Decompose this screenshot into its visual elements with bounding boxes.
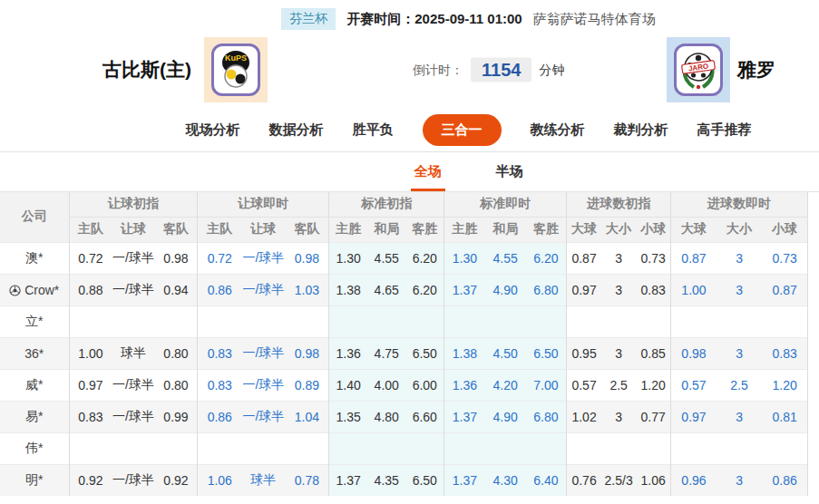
odds-cell: 一/球半 [112, 401, 154, 432]
odds-cell: 0.87 [762, 274, 807, 305]
odds-cell [405, 305, 444, 337]
group-header: 进球数即时 [671, 192, 808, 217]
odds-cell: 3 [717, 274, 762, 305]
table-row: Crow*0.88一/球半0.940.86一/球半1.031.384.656.2… [0, 274, 808, 305]
odds-cell [367, 305, 405, 337]
odds-cell: 1.04 [285, 401, 328, 432]
company-cell[interactable]: 明* [0, 464, 69, 496]
league-badge[interactable]: 芬兰杯 [281, 8, 336, 30]
company-label: 立* [25, 314, 43, 328]
nav-tab-1[interactable]: 现场分析 [186, 121, 240, 139]
odds-cell: 0.86 [198, 274, 241, 305]
odds-cell: 1.00 [671, 274, 717, 305]
company-cell[interactable]: 伟* [0, 432, 69, 464]
company-cell[interactable]: 威* [0, 369, 69, 401]
odds-cell [241, 305, 285, 337]
odds-cell [155, 305, 198, 337]
home-team-name[interactable]: 古比斯(主) [102, 57, 191, 82]
odds-cell: 1.30 [329, 242, 367, 274]
subtab-2[interactable]: 半场 [492, 154, 527, 191]
odds-cell [601, 432, 636, 464]
odds-cell: 2.5 [601, 369, 636, 401]
odds-cell [241, 432, 285, 464]
odds-cell: 3 [717, 337, 762, 369]
nav-tab-4[interactable]: 三合一 [423, 114, 502, 146]
odds-cell: 0.72 [198, 242, 241, 274]
odds-cell: 2.5 [717, 369, 762, 401]
odds-cell: 1.38 [444, 337, 485, 369]
group-header: 让球即时 [198, 192, 329, 217]
column-header: 小球 [636, 217, 670, 242]
away-logo-card: JARO [674, 44, 723, 96]
nav-tab-3[interactable]: 胜平负 [353, 121, 394, 139]
home-team-logo[interactable]: KuPS [204, 37, 268, 102]
odds-cell: 1.02 [567, 401, 601, 432]
away-team-name[interactable]: 雅罗 [737, 57, 775, 82]
nav-tab-2[interactable]: 数据分析 [269, 121, 324, 139]
nav-tab-7[interactable]: 高手推荐 [697, 121, 752, 139]
countdown-unit: 分钟 [539, 62, 564, 78]
odds-cell: 1.00 [69, 337, 112, 369]
odds-cell: 一/球半 [112, 464, 154, 496]
odds-cell: 4.55 [485, 242, 526, 274]
column-header: 大球 [671, 217, 717, 242]
company-label: 伟* [25, 441, 43, 455]
odds-cell: 0.85 [636, 337, 670, 369]
column-header: 客胜 [405, 217, 444, 242]
column-header: 让球 [241, 217, 285, 242]
odds-cell: 0.83 [198, 369, 241, 401]
table-row: 伟* [0, 432, 808, 464]
odds-cell: 0.83 [69, 401, 112, 432]
odds-cell: 6.80 [526, 401, 567, 432]
company-cell[interactable]: Crow* [0, 274, 69, 305]
odds-cell [526, 432, 567, 464]
nav-tab-5[interactable]: 教练分析 [531, 121, 585, 139]
company-cell[interactable]: 澳* [0, 242, 69, 274]
group-header: 进球数初指 [567, 192, 671, 217]
kickoff-time: 开赛时间：2025-09-11 01:00 [346, 11, 522, 28]
football-icon [9, 285, 21, 296]
odds-cell: 4.30 [485, 464, 526, 496]
away-team-logo[interactable]: JARO [667, 37, 730, 102]
odds-cell [198, 305, 241, 337]
odds-cell: 一/球半 [112, 242, 154, 274]
odds-cell: 0.72 [69, 242, 112, 274]
odds-cell: 0.80 [155, 369, 198, 401]
column-header: 大球 [567, 217, 601, 242]
match-info-bar: 芬兰杯 开赛时间：2025-09-11 01:00 萨翁萨诺马特体育场 [0, 0, 819, 31]
company-cell[interactable]: 易* [0, 401, 69, 432]
odds-cell: 1.20 [762, 369, 807, 401]
column-header: 主队 [69, 217, 112, 242]
odds-cell: 0.83 [198, 337, 241, 369]
odds-cell [69, 305, 112, 337]
odds-cell [405, 432, 444, 464]
odds-cell: 4.20 [485, 369, 526, 401]
odds-cell: 1.20 [636, 369, 670, 401]
odds-cell: 6.20 [526, 242, 567, 274]
odds-cell: 1.35 [329, 401, 367, 432]
odds-cell: 0.83 [762, 337, 807, 369]
group-header: 让球初指 [69, 192, 198, 217]
odds-cell: 球半 [112, 337, 154, 369]
odds-cell: 1.36 [444, 369, 485, 401]
odds-cell: 0.81 [762, 401, 807, 432]
teams-row: 古比斯(主) KuPS 倒计时： 1154 分钟 [0, 31, 819, 109]
odds-cell: 2.5/3 [601, 464, 636, 496]
column-header: 客队 [155, 217, 198, 242]
odds-cell: 一/球半 [241, 242, 285, 274]
nav-tab-6[interactable]: 裁判分析 [614, 121, 668, 139]
odds-cell [285, 432, 328, 464]
odds-cell: 0.92 [155, 464, 198, 496]
odds-cell: 3 [601, 337, 636, 369]
odds-cell: 0.99 [155, 401, 198, 432]
odds-cell: 0.98 [285, 337, 328, 369]
subtab-1[interactable]: 全场 [411, 154, 445, 191]
odds-cell: 0.98 [285, 242, 328, 274]
odds-cell: 3 [601, 401, 636, 432]
company-cell[interactable]: 立* [0, 305, 69, 337]
odds-cell [444, 432, 485, 464]
countdown: 倒计时： 1154 分钟 [413, 58, 564, 82]
venue-name: 萨翁萨诺马特体育场 [533, 11, 656, 28]
company-cell[interactable]: 36* [0, 337, 69, 369]
odds-cell [636, 305, 670, 337]
